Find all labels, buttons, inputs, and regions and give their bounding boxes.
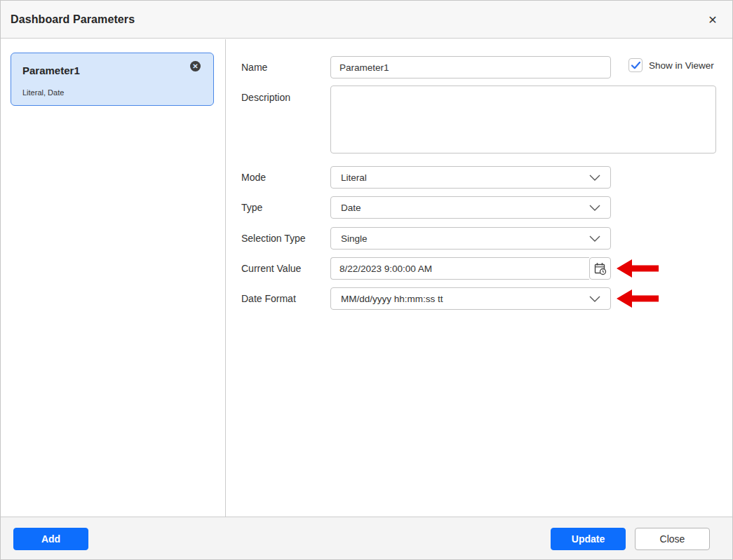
parameter-subtitle: Literal, Date (22, 88, 64, 97)
annotation-arrow-current-value (617, 259, 659, 278)
add-button[interactable]: Add (13, 528, 88, 550)
mode-value: Literal (341, 172, 367, 183)
date-format-dropdown[interactable]: MM/dd/yyyy hh:mm:ss tt (330, 287, 611, 310)
dialog-title: Dashboard Parameters (11, 13, 135, 26)
mode-label: Mode (241, 171, 266, 184)
chevron-down-icon (589, 175, 600, 181)
dialog-close-icon[interactable]: ✕ (704, 11, 721, 28)
name-label: Name (241, 61, 267, 74)
dashboard-parameters-dialog: Dashboard Parameters ✕ Parameter1 Litera… (0, 0, 733, 560)
current-value-input[interactable] (330, 257, 589, 280)
annotation-arrow-date-format (617, 289, 659, 308)
dialog-footer: Add Update Close (1, 517, 732, 559)
chevron-down-icon (589, 296, 600, 302)
chevron-down-icon (589, 205, 600, 211)
calendar-clock-icon (594, 262, 607, 275)
name-input[interactable] (330, 56, 611, 78)
parameter-name: Parameter1 (22, 64, 80, 76)
close-button[interactable]: Close (635, 528, 710, 550)
check-icon (631, 62, 640, 69)
dialog-titlebar: Dashboard Parameters ✕ (1, 1, 732, 39)
current-value-group (330, 257, 611, 280)
update-button[interactable]: Update (551, 528, 626, 550)
selection-type-value: Single (341, 233, 368, 244)
description-textarea[interactable] (330, 86, 716, 153)
parameter-list-item[interactable]: Parameter1 Literal, Date ✕ (11, 53, 214, 106)
parameter-list-panel: Parameter1 Literal, Date ✕ (1, 39, 226, 517)
selection-type-label: Selection Type (241, 232, 306, 245)
show-in-viewer-checkbox[interactable]: Show in Viewer (628, 58, 714, 72)
chevron-down-icon (589, 235, 600, 242)
current-value-label: Current Value (241, 262, 301, 275)
date-format-value: MM/dd/yyyy hh:mm:ss tt (341, 294, 443, 304)
show-in-viewer-label: Show in Viewer (649, 60, 714, 71)
selection-type-dropdown[interactable]: Single (330, 227, 611, 250)
date-format-label: Date Format (241, 292, 296, 305)
dialog-body: Parameter1 Literal, Date ✕ Name Show in … (1, 39, 732, 517)
description-label: Description (241, 91, 290, 104)
type-label: Type (241, 201, 262, 214)
datetime-picker-button[interactable] (589, 257, 611, 280)
type-value: Date (341, 203, 361, 213)
checkbox-box[interactable] (628, 58, 643, 72)
remove-parameter-icon[interactable]: ✕ (190, 61, 201, 71)
type-dropdown[interactable]: Date (330, 196, 611, 219)
mode-dropdown[interactable]: Literal (330, 166, 611, 189)
